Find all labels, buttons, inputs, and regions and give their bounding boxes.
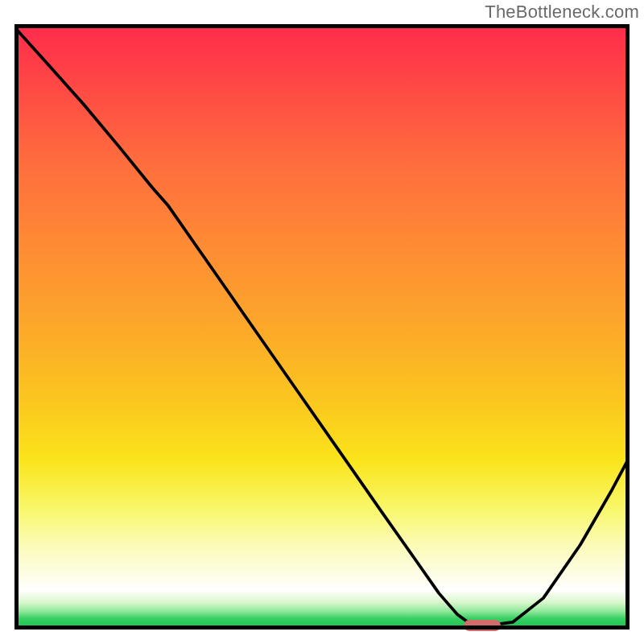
watermark-text: TheBottleneck.com — [485, 2, 639, 23]
chart-container: TheBottleneck.com — [0, 0, 644, 644]
plot-area — [14, 24, 630, 630]
bottleneck-curve — [14, 27, 630, 625]
optimal-marker — [464, 620, 501, 631]
curve-svg — [14, 24, 630, 630]
